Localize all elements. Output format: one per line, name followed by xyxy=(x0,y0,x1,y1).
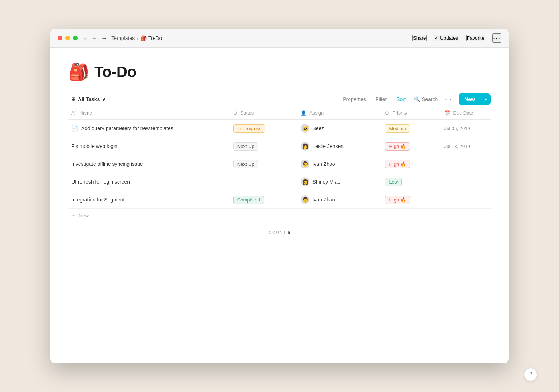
status-col-icon: ⊙ xyxy=(233,110,237,116)
toolbar: ⊞ All Tasks ∨ Properties Filter Sort 🔍 S… xyxy=(68,93,491,105)
status-badge: Next Up xyxy=(233,142,258,151)
task-duedate-cell xyxy=(440,155,491,173)
priority-badge: Medium xyxy=(385,124,410,133)
count-label: COUNT xyxy=(269,230,286,235)
table-icon: ⊞ xyxy=(71,96,76,102)
col-header-assign: 👤 Assign xyxy=(296,107,381,120)
minimize-button[interactable] xyxy=(65,36,70,40)
task-name-cell: Integration for Segment xyxy=(68,191,229,209)
plus-icon: ＋ xyxy=(71,212,76,219)
traffic-lights xyxy=(58,36,78,40)
task-priority-cell: High 🔥 xyxy=(381,155,440,173)
priority-col-label: Priority xyxy=(392,110,407,116)
task-status-cell xyxy=(229,173,297,191)
task-name-cell: Investigate offline syncing issue xyxy=(68,155,229,173)
breadcrumb-parent[interactable]: Templates xyxy=(111,35,135,41)
table-row[interactable]: 📄Add query parameters for new templatesI… xyxy=(68,120,491,137)
task-assign-cell: 👩Shirley Miao xyxy=(296,173,381,191)
toolbar-right: Properties Filter Sort 🔍 Search ··· New … xyxy=(341,93,491,105)
search-icon: 🔍 xyxy=(414,96,420,102)
col-header-priority: ⊙ Priority xyxy=(381,107,440,120)
close-button[interactable] xyxy=(58,36,62,40)
priority-badge: High 🔥 xyxy=(385,196,410,204)
task-assign-cell: 👨Ivan Zhao xyxy=(296,191,381,209)
doc-icon: 📄 xyxy=(71,125,78,132)
table-header-row: Aᵃ Name ⊙ Status 👤 Assign ⊙ Priority xyxy=(68,107,491,120)
breadcrumb-emoji: 🎒 xyxy=(140,35,147,41)
name-col-label: Name xyxy=(79,110,92,116)
status-badge: Next Up xyxy=(233,160,258,168)
name-col-icon: Aᵃ xyxy=(71,110,76,116)
task-name-text: UI refresh for login screen xyxy=(71,179,130,185)
task-duedate-cell xyxy=(440,191,491,209)
new-task-button[interactable]: New xyxy=(459,93,481,105)
task-priority-cell: High 🔥 xyxy=(381,191,440,209)
assignee-name: Leslie Jensen xyxy=(312,143,344,149)
task-duedate-cell: Jul 13, 2019 xyxy=(440,137,491,155)
avatar: 👩 xyxy=(301,177,309,186)
hamburger-icon[interactable]: ≡ xyxy=(83,35,87,41)
page-emoji: 🎒 xyxy=(68,62,89,82)
task-name-cell: 📄Add query parameters for new templates xyxy=(68,120,229,137)
assignee-name: Ivan Zhao xyxy=(312,161,335,167)
chevron-down-icon: ∨ xyxy=(102,96,106,102)
breadcrumb: Templates / 🎒 To-Do xyxy=(111,35,162,41)
count-row: COUNT 5 xyxy=(68,223,491,239)
back-button[interactable]: ← xyxy=(91,35,98,41)
task-assign-cell: 👨Ivan Zhao xyxy=(296,155,381,173)
search-button[interactable]: 🔍 Search xyxy=(414,96,438,102)
all-tasks-button[interactable]: ⊞ All Tasks ∨ xyxy=(68,94,108,104)
priority-badge: High 🔥 xyxy=(385,142,410,151)
task-priority-cell: Low xyxy=(381,173,440,191)
add-new-button[interactable]: ＋New xyxy=(71,212,89,219)
main-content: 🎒 To-Do ⊞ All Tasks ∨ Properties Filter … xyxy=(50,48,509,363)
task-assign-cell: 🐱Beez xyxy=(296,120,381,137)
share-button[interactable]: Share xyxy=(412,35,427,41)
assign-col-label: Assign xyxy=(309,110,324,116)
assign-col-icon: 👤 xyxy=(301,110,306,116)
avatar: 👩 xyxy=(301,142,309,151)
task-priority-cell: High 🔥 xyxy=(381,137,440,155)
filter-button[interactable]: Filter xyxy=(374,94,388,104)
breadcrumb-current[interactable]: 🎒 To-Do xyxy=(140,35,162,41)
maximize-button[interactable] xyxy=(73,36,78,40)
table-row[interactable]: UI refresh for login screen👩Shirley Miao… xyxy=(68,173,491,191)
table-row[interactable]: Integration for SegmentCompleted👨Ivan Zh… xyxy=(68,191,491,209)
favorite-button[interactable]: Favorite xyxy=(466,35,485,41)
status-badge: Completed xyxy=(233,196,264,204)
new-task-dropdown-button[interactable]: ▾ xyxy=(481,93,491,105)
page-title: To-Do xyxy=(94,63,136,81)
all-tasks-label: All Tasks xyxy=(78,96,100,102)
task-name-cell: Fix mobile web login xyxy=(68,137,229,155)
page-header: 🎒 To-Do xyxy=(68,62,491,82)
new-button-group: New ▾ xyxy=(459,93,491,105)
task-assign-cell: 👩Leslie Jensen xyxy=(296,137,381,155)
col-header-status: ⊙ Status xyxy=(229,107,297,120)
task-status-cell: Next Up xyxy=(229,137,297,155)
properties-button[interactable]: Properties xyxy=(341,94,368,104)
breadcrumb-separator: / xyxy=(137,35,138,41)
more-options-button[interactable]: ··· xyxy=(492,33,501,43)
titlebar: ≡ ← → Templates / 🎒 To-Do Share ✓ Update… xyxy=(50,29,509,48)
table-row[interactable]: Fix mobile web loginNext Up👩Leslie Jense… xyxy=(68,137,491,155)
updates-button[interactable]: ✓ Updates xyxy=(434,35,459,41)
task-table: Aᵃ Name ⊙ Status 👤 Assign ⊙ Priority xyxy=(68,107,491,223)
table-row[interactable]: Investigate offline syncing issueNext Up… xyxy=(68,155,491,173)
avatar: 🐱 xyxy=(301,124,309,133)
titlebar-actions: Share ✓ Updates Favorite ··· xyxy=(412,33,501,43)
task-status-cell: Next Up xyxy=(229,155,297,173)
forward-button[interactable]: → xyxy=(100,35,108,41)
help-button[interactable]: ? xyxy=(524,368,537,381)
priority-col-icon: ⊙ xyxy=(385,110,389,116)
task-priority-cell: Medium xyxy=(381,120,440,137)
duedate-col-icon: 📅 xyxy=(444,110,450,116)
assignee-name: Ivan Zhao xyxy=(312,197,335,203)
sort-button[interactable]: Sort xyxy=(395,94,407,104)
search-label: Search xyxy=(422,96,438,102)
task-duedate-cell xyxy=(440,173,491,191)
duedate-col-label: Due Date xyxy=(453,110,473,116)
count-value: 5 xyxy=(288,230,290,235)
toolbar-more-button[interactable]: ··· xyxy=(444,96,452,103)
avatar: 👨 xyxy=(301,195,309,204)
app-window: ≡ ← → Templates / 🎒 To-Do Share ✓ Update… xyxy=(50,29,509,363)
